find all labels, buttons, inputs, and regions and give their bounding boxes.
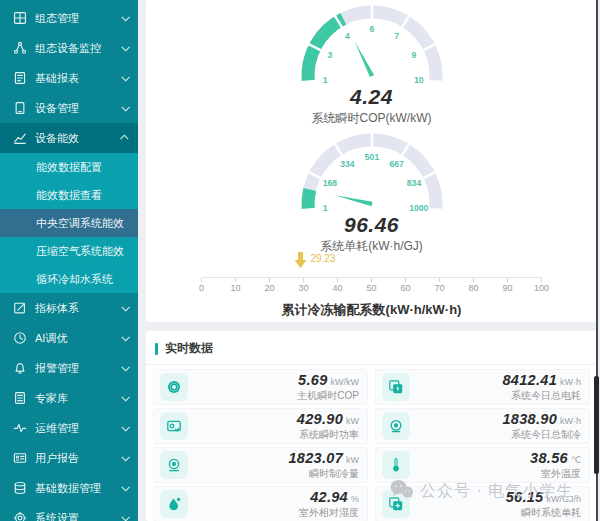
metric-value: 8412.41 [502, 373, 557, 389]
axis-tick [473, 278, 474, 282]
sidebar-item-system-settings[interactable]: 系统设置 [0, 503, 138, 521]
axis-tick-label: 100 [534, 283, 549, 293]
grid-icon [13, 11, 27, 25]
metric-card-content: 429.90 kW 系统瞬时功率 [194, 412, 359, 440]
sidebar-item-device-monitoring[interactable]: 组态设备监控 [0, 33, 138, 63]
scrollbar-thumb[interactable] [594, 376, 599, 474]
metric-value: 1838.90 [502, 412, 557, 428]
chart-icon [13, 131, 27, 145]
realtime-data-panel: 实时数据 5.69 kW/kW 主机瞬时COP 8412.41 kW·h 系统今… [146, 331, 597, 521]
chevron-down-icon [121, 513, 129, 521]
svg-text:168: 168 [322, 178, 337, 188]
sidebar-item-label: 设备能效 [35, 131, 122, 146]
svg-text:4: 4 [344, 31, 349, 41]
sidebar-item-label: 运维管理 [35, 421, 122, 436]
chevron-down-icon [121, 43, 129, 51]
linear-gauge-marker-value: 29.23 [310, 253, 335, 264]
sidebar-item-ai-tuning[interactable]: AI调优 [0, 323, 138, 353]
metric-value: 38.56 [530, 451, 568, 467]
sidebar-submenu-device-efficiency: 能效数据配置能效数据查看中央空调系统能效压缩空气系统能效循环冷却水系统 [0, 153, 138, 293]
axis-tick [269, 278, 270, 282]
chevron-down-icon [121, 453, 129, 461]
sidebar-subitem-label: 中央空调系统能效 [36, 216, 124, 231]
sidebar-item-device-management[interactable]: 设备管理 [0, 93, 138, 123]
book-icon [13, 391, 27, 405]
metric-value: 1823.07 [288, 451, 343, 467]
sidebar-item-basic-reports[interactable]: 基础报表 [0, 63, 138, 93]
sidebar-item-label: 组态设备监控 [35, 41, 122, 56]
gauge-system-cop: 13467910 4.24 系统瞬时COP(kW/kW) [146, 0, 597, 127]
axis-tick-label: 60 [400, 283, 410, 293]
svg-text:834: 834 [406, 178, 421, 188]
sidebar-subitem-compressed-air-efficiency[interactable]: 压缩空气系统能效 [0, 237, 138, 265]
svg-text:1: 1 [322, 75, 327, 85]
sidebar-item-label: 专家库 [35, 391, 122, 406]
sidebar-item-label: 用户报告 [35, 451, 122, 466]
chevron-down-icon [121, 423, 129, 431]
metric-card-content: 42.94 % 室外相对湿度 [194, 490, 359, 518]
axis-tick [235, 278, 236, 282]
fan-icon [382, 412, 410, 440]
sidebar-subitem-label: 循环冷却水系统 [36, 272, 113, 287]
report-icon [13, 71, 27, 85]
stack-bolt-icon [382, 373, 410, 401]
axis-tick-label: 0 [199, 283, 204, 293]
gauge-system-cop-caption: 系统瞬时COP(kW/kW) [146, 110, 597, 127]
metric-unit: kW·h [560, 378, 581, 388]
metric-card-system-power: 429.90 kW 系统瞬时功率 [153, 408, 368, 444]
chevron-down-icon [121, 483, 129, 491]
axis-tick-label: 80 [468, 283, 478, 293]
metric-label: 系统今日总制冷 [511, 429, 581, 440]
meter-icon [160, 412, 188, 440]
droplet-icon [160, 490, 188, 518]
axis-tick [405, 278, 406, 282]
metric-value: 429.90 [297, 412, 343, 428]
metric-card-today-cooling: 1838.90 kW·h 系统今日总制冷 [375, 408, 590, 444]
svg-text:1: 1 [322, 203, 327, 213]
sidebar-subitem-label: 能效数据查看 [36, 188, 102, 203]
sidebar-item-operation-maintenance[interactable]: 运维管理 [0, 413, 138, 443]
sidebar-item-label: 设备管理 [35, 101, 122, 116]
sidebar-subitem-central-ac-efficiency[interactable]: 中央空调系统能效 [0, 209, 138, 237]
sidebar-item-indicator-system[interactable]: 指标体系 [0, 293, 138, 323]
gauge-panel: 13467910 4.24 系统瞬时COP(kW/kW) 11683345016… [146, 0, 597, 322]
sidebar-item-expert-library[interactable]: 专家库 [0, 383, 138, 413]
metric-card-content: 38.56 ℃ 室外温度 [416, 451, 581, 479]
metric-card-outdoor-temp: 38.56 ℃ 室外温度 [375, 447, 590, 483]
sidebar-item-user-reports[interactable]: 用户报告 [0, 443, 138, 473]
sidebar-item-config-management[interactable]: 组态管理 [0, 3, 138, 33]
chevron-down-icon [121, 333, 129, 341]
metric-unit: ℃ [571, 456, 581, 466]
axis-tick [337, 278, 338, 282]
sidebar-item-label: AI调优 [35, 331, 122, 346]
svg-text:3: 3 [327, 50, 332, 60]
sidebar-subitem-energy-data-config[interactable]: 能效数据配置 [0, 153, 138, 181]
sidebar-item-label: 基础数据管理 [35, 481, 122, 496]
metric-unit: kW/kW [331, 378, 360, 388]
svg-text:1000: 1000 [409, 203, 428, 213]
gauge-system-cop-value: 4.24 [146, 85, 597, 109]
realtime-data-header: 实时数据 [146, 331, 597, 365]
sidebar-item-device-efficiency[interactable]: 设备能效 [0, 123, 138, 153]
sidebar-subitem-energy-data-view[interactable]: 能效数据查看 [0, 181, 138, 209]
metric-value: 56.15 [506, 490, 544, 506]
metric-label: 系统瞬时功率 [299, 429, 359, 440]
axis-tick-label: 50 [366, 283, 376, 293]
metric-card-outdoor-humidity: 42.94 % 室外相对湿度 [153, 486, 368, 521]
linear-gauge-marker: 29.23 [294, 252, 335, 273]
sidebar-subitem-label: 能效数据配置 [36, 160, 102, 175]
metric-card-instant-unit-consumption: 56.15 kW/GJ/h 瞬时系统单耗 [375, 486, 590, 521]
metric-value: 5.69 [298, 373, 327, 389]
axis-tick [201, 278, 202, 282]
sidebar-item-basic-data-management[interactable]: 基础数据管理 [0, 473, 138, 503]
chevron-down-icon [121, 393, 129, 401]
axis-tick-label: 90 [502, 283, 512, 293]
linear-gauge-axis: 0102030405060708090100 [202, 277, 542, 296]
metric-card-content: 1823.07 kW 瞬时制冷量 [194, 451, 359, 479]
sidebar-subitem-label: 压缩空气系统能效 [36, 244, 124, 259]
metric-card-content: 5.69 kW/kW 主机瞬时COP [194, 373, 359, 401]
sidebar-item-alarm-management[interactable]: 报警管理 [0, 353, 138, 383]
axis-tick-label: 30 [298, 283, 308, 293]
chevron-down-icon [121, 103, 129, 111]
sidebar-subitem-cooling-water-system[interactable]: 循环冷却水系统 [0, 265, 138, 293]
